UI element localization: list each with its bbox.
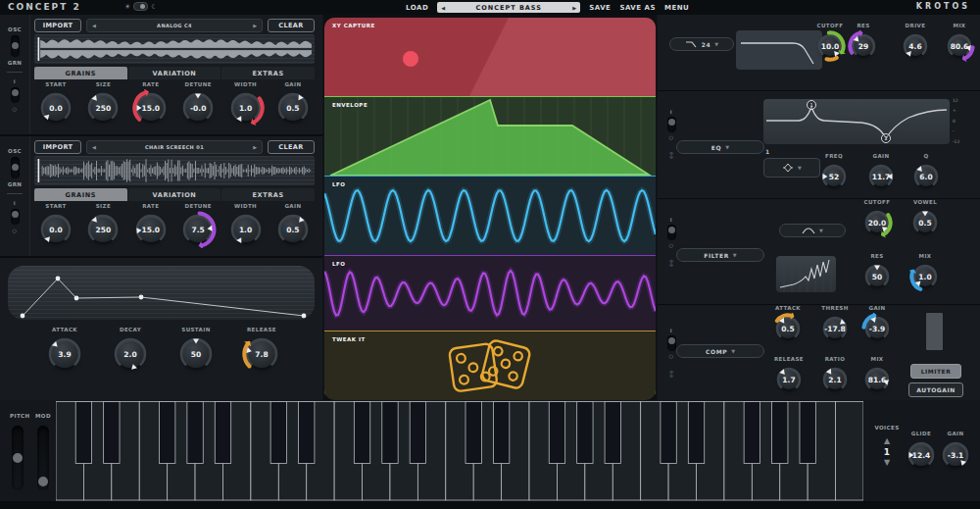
voices-down-icon[interactable]: ▼ [884, 459, 890, 467]
tab-extras[interactable]: EXTRAS [221, 67, 315, 79]
tab-extras[interactable]: EXTRAS [221, 188, 315, 201]
attack-knob[interactable]: ATTACK3.9 [43, 327, 86, 374]
waveform-display[interactable] [34, 34, 315, 64]
detune-knob[interactable]: DETUNE-0.0 [176, 81, 220, 127]
res-knob[interactable]: RES50 [856, 253, 899, 292]
chevron-down-icon: ▼ [725, 144, 729, 150]
fx-power-toggle[interactable] [667, 335, 676, 351]
filter-slope-selector[interactable]: 24▼ [669, 37, 734, 51]
save-button[interactable]: SAVE [589, 4, 611, 12]
vowel-knob[interactable]: VOWEL0.5 [904, 199, 947, 238]
pitch-wheel[interactable] [12, 426, 24, 490]
gain-knob[interactable]: GAIN0.5 [271, 203, 315, 248]
size-knob[interactable]: SIZE250 [81, 81, 124, 127]
decay-knob[interactable]: DECAY2.0 [109, 327, 152, 374]
osc-grn-toggle[interactable] [11, 35, 20, 57]
xy-capture-pad[interactable]: XY CAPTURE [324, 18, 656, 96]
filter-type-selector[interactable]: ▼ [779, 224, 846, 237]
tab-variation[interactable]: VARIATION [128, 188, 221, 201]
sun-icon[interactable]: ☀ [124, 3, 130, 11]
size-knob[interactable]: SIZE250 [81, 203, 124, 248]
drive-knob[interactable]: DRIVE4.6 [894, 23, 937, 62]
thresh-knob[interactable]: THRESH-17.8 [813, 305, 857, 344]
envelope-display[interactable]: ENVELOPE [324, 96, 656, 176]
mix-knob[interactable]: MIX80.6 [938, 23, 980, 62]
save-as-button[interactable]: SAVE AS [619, 4, 656, 12]
osc-grn-toggle[interactable] [11, 157, 20, 178]
clear-button[interactable]: CLEAR [268, 19, 315, 32]
fx-power-toggle[interactable] [667, 117, 676, 132]
gain-knob[interactable]: GAIN0.5 [271, 81, 315, 127]
knob-value: 0.5 [274, 89, 312, 127]
cutoff-knob[interactable]: CUTOFF20.0 [856, 199, 899, 238]
theme-toggle[interactable] [133, 2, 148, 11]
sustain-knob[interactable]: SUSTAIN50 [174, 327, 218, 374]
filter-selector[interactable]: FILTER▼ [676, 248, 764, 262]
gain-knob[interactable]: GAIN-3.1 [934, 431, 977, 472]
mod-wheel[interactable] [37, 426, 49, 490]
detune-knob[interactable]: DETUNE7.5 [176, 203, 220, 248]
mix-knob[interactable]: MIX1.0 [904, 253, 947, 292]
gain-knob[interactable]: GAIN-3.9 [856, 305, 899, 344]
width-knob[interactable]: WIDTH1.0 [224, 203, 268, 248]
eq-curve-display[interactable]: 12 [763, 99, 950, 144]
rate-knob[interactable]: RATE15.0 [129, 81, 172, 127]
drag-handle-icon[interactable]: ↕ [667, 370, 675, 380]
drag-handle-icon[interactable]: ↕ [667, 259, 675, 269]
release-knob[interactable]: RELEASE1.7 [767, 356, 810, 395]
menu-button[interactable]: MENU [664, 4, 689, 12]
load-button[interactable]: LOAD [406, 4, 428, 12]
knob-value: 0.0 [37, 89, 74, 127]
next-sample-icon[interactable]: ▶ [253, 23, 257, 28]
rate-knob[interactable]: RATE15.0 [129, 203, 172, 248]
power-off-icon: ○ [669, 242, 674, 248]
knob-value: 4.6 [900, 30, 931, 62]
knob-label: RELEASE [247, 327, 276, 332]
lfo-display-1[interactable]: LFO [324, 176, 656, 255]
mix-knob[interactable]: MIX81.6 [856, 356, 899, 395]
fx-power-toggle[interactable] [667, 225, 676, 240]
voices-up-icon[interactable]: ▲ [884, 437, 890, 445]
limiter-button[interactable]: LIMITER [910, 364, 961, 379]
import-button[interactable]: IMPORT [34, 140, 81, 154]
ratio-knob[interactable]: RATIO2.1 [813, 356, 857, 395]
freq-knob[interactable]: FREQ52 [812, 153, 856, 192]
waveform-display[interactable] [34, 156, 315, 185]
clear-button[interactable]: CLEAR [268, 140, 315, 154]
theme-controls: ☀ ☾ [124, 2, 158, 11]
envelope-graph[interactable] [8, 266, 315, 320]
osc-power-toggle[interactable] [11, 87, 20, 103]
sample-name: ANALOG C4 [96, 23, 253, 28]
tab-grains[interactable]: GRAINS [34, 67, 127, 79]
moon-icon[interactable]: ☾ [151, 3, 157, 11]
drag-handle-icon[interactable]: ↕ [667, 151, 675, 161]
gain-knob[interactable]: GAIN11.7 [859, 153, 903, 192]
sample-selector[interactable]: ◀ANALOG C4▶ [86, 19, 263, 32]
sample-selector[interactable]: ◀CHAIR SCREECH 01▶ [86, 140, 263, 154]
start-knob[interactable]: START0.0 [34, 81, 77, 127]
start-knob[interactable]: START0.0 [34, 203, 77, 248]
lfo-display-2[interactable]: LFO [324, 255, 656, 331]
tab-grains[interactable]: GRAINS [34, 188, 127, 201]
import-button[interactable]: IMPORT [34, 19, 81, 32]
width-knob[interactable]: WIDTH1.0 [224, 81, 268, 127]
next-sample-icon[interactable]: ▶ [253, 144, 257, 150]
res-knob[interactable]: RES29 [842, 23, 885, 62]
preset-selector[interactable]: ◀ CONCEPT BASS ▶ [437, 2, 580, 13]
piano-keyboard[interactable] [56, 401, 863, 501]
comp-selector[interactable]: COMP▼ [676, 344, 764, 358]
osc-power-toggle[interactable] [11, 209, 20, 225]
slope-value: 24 [702, 41, 711, 48]
knob-label: MIX [954, 23, 966, 28]
band-shape-icon [782, 163, 794, 173]
release-knob[interactable]: RELEASE7.8 [240, 327, 283, 374]
chevron-down-icon: ▼ [798, 165, 802, 171]
attack-knob[interactable]: ATTACK0.5 [766, 305, 809, 344]
autogain-button[interactable]: AUTOGAIN [908, 382, 963, 397]
preset-next-icon[interactable]: ▶ [572, 5, 576, 11]
eq-selector[interactable]: EQ▼ [676, 140, 764, 154]
q-knob[interactable]: Q6.0 [905, 153, 948, 192]
tweak-it-pad[interactable]: TWEAK IT [324, 331, 656, 400]
tab-variation[interactable]: VARIATION [128, 67, 221, 79]
voices-stepper[interactable]: ▲1▼ [879, 437, 895, 467]
